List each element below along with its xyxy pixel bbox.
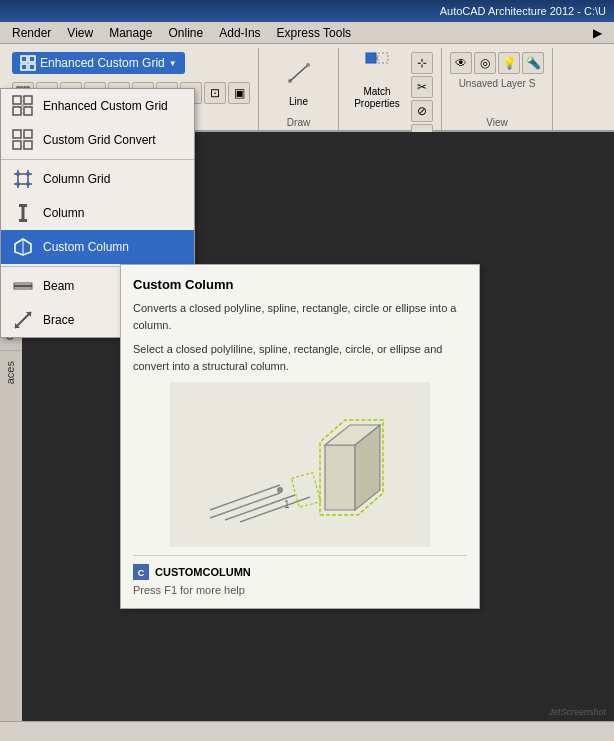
ribbon-btn-9[interactable]: ⊡: [204, 82, 226, 104]
svg-rect-21: [24, 130, 32, 138]
menu-extra[interactable]: ▶: [585, 24, 610, 42]
match-props-label: MatchProperties: [354, 86, 400, 110]
svg-rect-11: [366, 53, 376, 63]
tooltip-illustration: 1: [180, 390, 420, 540]
menu-view[interactable]: View: [59, 24, 101, 42]
beam-label: Beam: [43, 279, 74, 293]
svg-point-32: [26, 182, 30, 186]
svg-rect-15: [24, 96, 32, 104]
svg-text:1: 1: [284, 499, 290, 510]
svg-text:C: C: [138, 568, 145, 578]
svg-rect-35: [19, 219, 27, 222]
title-bar: AutoCAD Architecture 2012 - C:\U: [0, 0, 614, 22]
custom-column-label: Custom Column: [43, 240, 129, 254]
enhanced-custom-grid-icon: [11, 94, 35, 118]
svg-rect-12: [378, 53, 388, 63]
tooltip-help: Press F1 for more help: [133, 584, 467, 596]
ribbon-group-view: 👁 ◎ 💡 🔦 Unsaved Layer S View: [442, 48, 553, 130]
brace-label: Brace: [43, 313, 74, 327]
column-grid-icon: [11, 167, 35, 191]
menu-render[interactable]: Render: [4, 24, 59, 42]
tooltip-footer-icon: C: [133, 564, 149, 580]
svg-rect-16: [13, 107, 21, 115]
match-props-icon: [363, 50, 391, 85]
svg-rect-17: [24, 107, 32, 115]
svg-point-10: [306, 63, 310, 67]
tooltip-desc-1: Converts a closed polyline, spline, rect…: [133, 300, 467, 333]
enhanced-custom-grid-label: Enhanced Custom Grid: [43, 99, 168, 113]
svg-point-48: [277, 487, 283, 493]
beam-icon: [11, 274, 35, 298]
dropdown-item-custom-grid-convert[interactable]: ↔ Custom Grid Convert: [1, 123, 194, 157]
title-text: AutoCAD Architecture 2012 - C:\U: [440, 5, 606, 17]
svg-rect-43: [180, 390, 420, 540]
dropdown-item-column-grid[interactable]: Column Grid: [1, 162, 194, 196]
svg-rect-3: [29, 64, 35, 70]
custom-column-icon: [11, 235, 35, 259]
svg-rect-0: [21, 56, 27, 62]
separator-1: [1, 159, 194, 160]
tooltip-footer: C CUSTOMCOLUMN: [133, 555, 467, 580]
left-tab-aces[interactable]: aces: [0, 350, 22, 394]
tooltip-command: CUSTOMCOLUMN: [155, 566, 251, 578]
svg-rect-1: [29, 56, 35, 62]
tooltip-desc-2: Select a closed polyliline, spline, rect…: [133, 341, 467, 374]
svg-point-29: [16, 172, 20, 176]
dropdown-arrow-icon: ▼: [169, 59, 177, 68]
match-properties-button[interactable]: MatchProperties: [347, 52, 407, 108]
menu-manage[interactable]: Manage: [101, 24, 160, 42]
menu-bar: Render View Manage Online Add-Ins Expres…: [0, 22, 614, 44]
status-bar: [0, 721, 614, 741]
ecg-dropdown-label: Enhanced Custom Grid: [40, 56, 165, 70]
svg-point-31: [16, 182, 20, 186]
menu-express-tools[interactable]: Express Tools: [269, 24, 359, 42]
grid-icon: [20, 55, 36, 71]
svg-marker-50: [325, 445, 355, 510]
column-label: Column: [43, 206, 84, 220]
watermark: JetScreenshot: [548, 707, 606, 717]
view-btn-2[interactable]: ◎: [474, 52, 496, 74]
brace-icon: [11, 308, 35, 332]
line-label: Line: [289, 96, 308, 108]
tooltip-title: Custom Column: [133, 277, 467, 292]
modify-btn-1[interactable]: ⊹: [411, 52, 433, 74]
custom-grid-convert-icon: ↔: [11, 128, 35, 152]
column-grid-label: Column Grid: [43, 172, 110, 186]
line-icon: [285, 59, 313, 94]
view-btn-3[interactable]: 💡: [498, 52, 520, 74]
svg-rect-2: [21, 64, 27, 70]
watermark-text: JetScreenshot: [548, 707, 606, 717]
ribbon-group-draw: Line Draw: [259, 48, 339, 130]
draw-group-label: Draw: [287, 115, 310, 128]
ribbon-group-modify: MatchProperties ⊹ ✂ ⊘ ↩ Modify: [339, 48, 442, 130]
svg-rect-20: [13, 130, 21, 138]
svg-point-30: [26, 172, 30, 176]
svg-rect-34: [19, 204, 27, 207]
custom-grid-convert-label: Custom Grid Convert: [43, 133, 156, 147]
modify-btn-2[interactable]: ✂: [411, 76, 433, 98]
view-btn-1[interactable]: 👁: [450, 52, 472, 74]
menu-addins[interactable]: Add-Ins: [211, 24, 268, 42]
dropdown-item-custom-column[interactable]: Custom Column: [1, 230, 194, 264]
dropdown-item-column[interactable]: Column: [1, 196, 194, 230]
svg-line-9: [290, 65, 308, 81]
menu-online[interactable]: Online: [161, 24, 212, 42]
column-icon: [11, 201, 35, 225]
view-btn-4[interactable]: 🔦: [522, 52, 544, 74]
svg-text:↔: ↔: [20, 143, 27, 150]
svg-rect-14: [13, 96, 21, 104]
tooltip-image: 1: [170, 382, 430, 547]
dropdown-item-enhanced-custom-grid[interactable]: Enhanced Custom Grid: [1, 89, 194, 123]
view-group-label: View: [486, 115, 508, 128]
tooltip-panel: Custom Column Converts a closed polyline…: [120, 264, 480, 609]
modify-btn-3[interactable]: ⊘: [411, 100, 433, 122]
line-button[interactable]: Line: [273, 56, 325, 112]
ribbon-btn-10[interactable]: ▣: [228, 82, 250, 104]
unsaved-layer-label: Unsaved Layer S: [459, 78, 536, 89]
ecg-dropdown-button[interactable]: Enhanced Custom Grid ▼: [12, 52, 185, 74]
